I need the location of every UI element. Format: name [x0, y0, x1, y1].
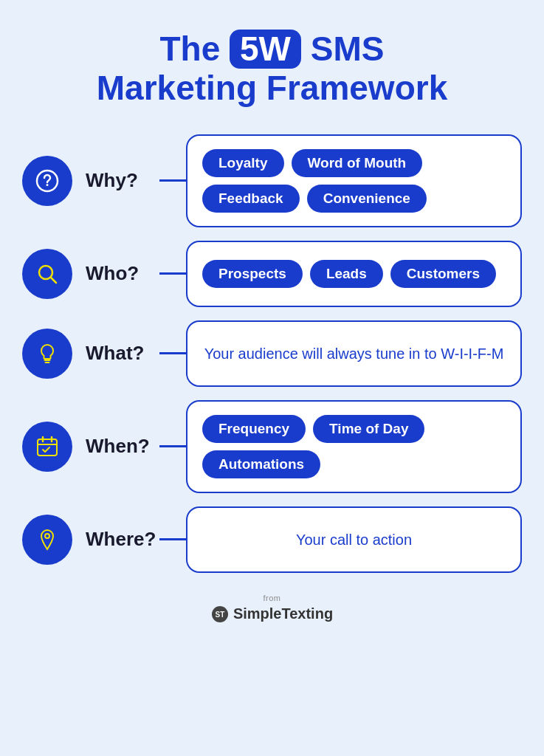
svg-text:ST: ST — [216, 611, 225, 619]
when-label: When? — [86, 435, 159, 458]
svg-point-1 — [47, 184, 49, 186]
pill-convenience: Convenience — [307, 185, 427, 213]
rows-container: Why? Loyalty Word of Mouth Feedback Conv… — [22, 134, 522, 573]
what-icon-circle — [22, 329, 72, 379]
row-when: When? Frequency Time of Day Automations — [22, 400, 522, 493]
where-text: Your call to action — [202, 529, 506, 550]
row-where: Where? Your call to action — [22, 506, 522, 573]
main-title: The 5W SMS Marketing Framework — [97, 30, 447, 108]
row-why: Why? Loyalty Word of Mouth Feedback Conv… — [22, 134, 522, 227]
why-icon — [34, 168, 61, 194]
when-content-box: Frequency Time of Day Automations — [186, 400, 522, 493]
svg-rect-6 — [38, 439, 57, 456]
who-icon — [34, 261, 61, 287]
pill-loyalty: Loyalty — [202, 149, 284, 177]
footer-brand-text: SimpleTexting — [233, 605, 333, 622]
svg-line-3 — [51, 278, 56, 283]
pill-prospects: Prospects — [202, 260, 303, 288]
who-label: Who? — [86, 262, 159, 285]
footer-from: from — [264, 594, 281, 602]
what-text: Your audience will always tune in to W-I… — [202, 343, 506, 364]
who-icon-circle — [22, 249, 72, 299]
pill-customers: Customers — [390, 260, 496, 288]
pill-time-of-day: Time of Day — [313, 415, 424, 443]
title-line2: Marketing Framework — [97, 69, 447, 108]
where-content-box: Your call to action — [186, 506, 522, 573]
when-icon — [34, 433, 61, 460]
where-connector — [159, 538, 186, 540]
row-what: What? Your audience will always tune in … — [22, 320, 522, 387]
where-label: Where? — [86, 528, 159, 551]
why-content-box: Loyalty Word of Mouth Feedback Convenien… — [186, 134, 522, 227]
when-connector — [159, 445, 186, 447]
what-icon — [34, 340, 61, 367]
where-icon — [34, 526, 61, 553]
svg-point-10 — [45, 534, 49, 538]
what-label: What? — [86, 342, 159, 365]
who-content-box: Prospects Leads Customers — [186, 241, 522, 307]
pill-leads: Leads — [310, 260, 383, 288]
what-content-box: Your audience will always tune in to W-I… — [186, 320, 522, 387]
why-connector — [159, 179, 186, 182]
where-icon-circle — [22, 515, 72, 565]
title-line1: The 5W SMS — [97, 30, 447, 69]
pill-word-of-mouth: Word of Mouth — [292, 149, 423, 177]
page-container: The 5W SMS Marketing Framework Why? Loya… — [0, 0, 544, 756]
footer-row: from — [264, 594, 281, 602]
pill-feedback: Feedback — [202, 185, 300, 213]
pill-frequency: Frequency — [202, 415, 306, 443]
why-icon-circle — [22, 156, 72, 206]
simpletexting-logo-icon: ST — [211, 605, 229, 623]
footer-brand-row: ST SimpleTexting — [211, 605, 333, 623]
who-connector — [159, 272, 186, 275]
why-label: Why? — [86, 169, 159, 192]
when-icon-circle — [22, 422, 72, 472]
footer: from ST SimpleTexting — [211, 594, 333, 623]
row-who: Who? Prospects Leads Customers — [22, 241, 522, 307]
pill-automations: Automations — [202, 450, 320, 478]
what-connector — [159, 352, 186, 354]
badge-5w: 5W — [230, 30, 301, 69]
